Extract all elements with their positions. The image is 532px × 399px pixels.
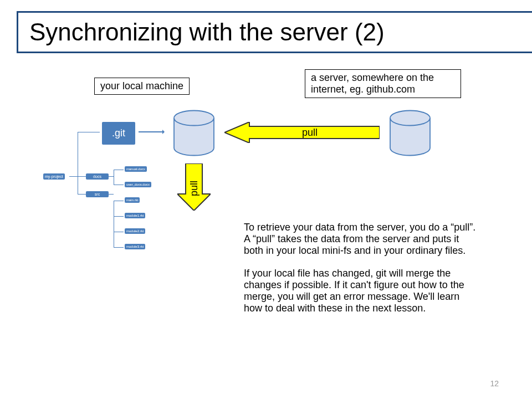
- git-to-cylinder-arrow: [139, 131, 163, 132]
- body-p1: To retrieve your data from the server, y…: [244, 222, 477, 257]
- tree-line: [114, 216, 124, 217]
- tree-m2: module2.rkt: [125, 228, 145, 234]
- pull-arrow-horizontal: pull: [224, 122, 380, 143]
- tree-line: [78, 194, 86, 195]
- local-repo-cylinder: [169, 108, 219, 158]
- tree-git-folder: .git: [102, 122, 135, 145]
- tree-line: [114, 170, 114, 185]
- page-title: Synchronizing with the server (2): [29, 18, 528, 46]
- page-number: 12: [490, 379, 499, 388]
- tree-line: [114, 201, 124, 201]
- tree-line: [78, 132, 78, 194]
- tree-m3: module3.rkt: [125, 244, 145, 249]
- svg-point-1: [390, 111, 430, 126]
- tree-src-folder: src: [86, 191, 109, 197]
- svg-point-0: [174, 111, 214, 126]
- pull-arrow-vertical: pull: [177, 163, 211, 211]
- tree-line: [78, 176, 86, 177]
- body-p2: If your local file has changed, git will…: [244, 268, 477, 314]
- tree-line: [78, 132, 100, 132]
- pull-v-label: pull: [188, 181, 200, 196]
- tree-m1: module1.rkt: [125, 213, 145, 218]
- server-label: a server, somewhere on the internet, eg.…: [305, 69, 461, 98]
- local-machine-label: your local machine: [94, 78, 190, 95]
- tree-line: [108, 194, 114, 195]
- tree-line: [114, 170, 124, 170]
- tree-manual: manual.docx: [125, 166, 147, 172]
- body-text: To retrieve your data from the server, y…: [244, 222, 477, 325]
- tree-line: [114, 247, 124, 248]
- tree-docs-folder: docs: [86, 173, 109, 180]
- tree-line: [114, 185, 124, 185]
- title-box: Synchronizing with the server (2): [17, 11, 532, 53]
- tree-line: [108, 176, 114, 177]
- tree-line: [114, 201, 114, 247]
- tree-root: my-project: [43, 173, 65, 180]
- server-repo-cylinder: [385, 108, 435, 158]
- pull-h-label: pull: [302, 127, 318, 139]
- tree-userdocs: user_docs.docx: [125, 182, 151, 187]
- tree-main: main.rkt: [125, 197, 140, 203]
- tree-line: [114, 232, 124, 232]
